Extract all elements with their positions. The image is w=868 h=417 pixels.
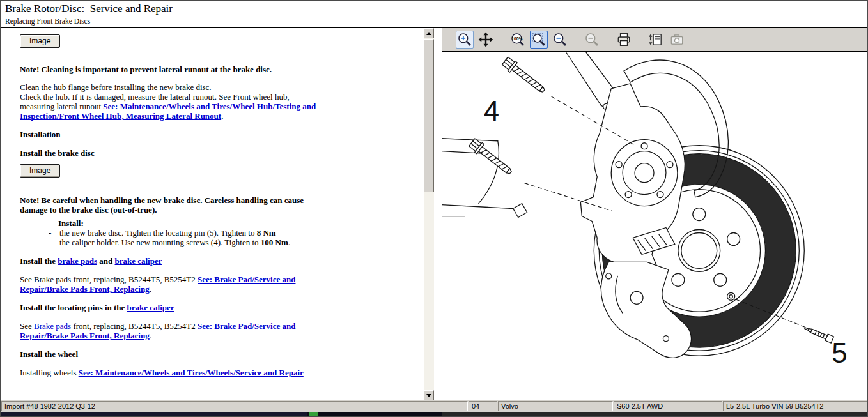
installing-wheels-link[interactable]: See: Maintenance/Wheels and Tires/Wheels… — [79, 368, 304, 377]
header: Brake Rotor/Disc: Service and Repair Rep… — [1, 1, 867, 27]
document-panel: Image Note! Cleaning is important to pre… — [1, 28, 435, 400]
image-capture-icon — [669, 32, 685, 47]
taskbar-segment — [1, 412, 307, 416]
brake-caliper-link[interactable]: brake caliper — [114, 256, 162, 266]
brake-pads-link[interactable]: brake pads — [58, 256, 97, 266]
scroll-up-button[interactable] — [424, 28, 434, 38]
note-cleaning: Note! Cleaning is important to prevent l… — [20, 64, 320, 74]
image-toolbar: 100% — [442, 28, 867, 52]
image-export-icon — [648, 32, 663, 47]
bullet-dash: - — [49, 238, 59, 247]
print-button[interactable] — [615, 31, 633, 49]
see-prefix: See — [20, 321, 34, 331]
list-item: - the new brake disc. Tighten the locati… — [49, 228, 422, 238]
status-bar: Import #48 1982-2012 Q3-12 04 Volvo S60 … — [1, 400, 867, 412]
status-cell-code: 04 — [469, 401, 497, 411]
see-pads-paragraph-2: See Brake pads front, replacing, B5244T5… — [20, 321, 320, 340]
status-cell-model: S60 2.5T AWD — [614, 401, 722, 411]
image-capture-button — [668, 31, 686, 49]
callout-5: 5 — [832, 337, 847, 368]
zoom-out-disabled-button — [583, 31, 601, 49]
vertical-scrollbar[interactable] — [424, 28, 434, 400]
page-title: Brake Rotor/Disc: Service and Repair — [5, 3, 863, 15]
step1-text: the new brake disc. Tighten the locating… — [59, 228, 257, 238]
bullet-text: the new brake disc. Tighten the locating… — [59, 228, 276, 238]
see-pads-mid: front, replacing, B5244T5, B5254T2 — [71, 321, 198, 331]
bullet-text: the caliper holder. Use new mounting scr… — [59, 238, 290, 247]
status-cell-make: Volvo — [498, 401, 613, 411]
install-pads-pre: Install the — [20, 256, 58, 266]
hub-check-paragraph: Clean the hub flange before installing t… — [20, 82, 320, 121]
diagram-canvas[interactable]: 4 5 — [442, 52, 867, 400]
brake-caliper-link[interactable]: brake caliper — [127, 303, 174, 312]
image-button-middle[interactable]: Image — [20, 164, 60, 178]
status-cell-import: Import #48 1982-2012 Q3-12 — [1, 401, 468, 411]
panel-splitter[interactable] — [435, 28, 442, 400]
installing-wheels-pre: Installing wheels — [20, 368, 79, 377]
sentence-period: . — [288, 238, 290, 247]
see-pads-paragraph-1: See Brake pads front, replacing, B5244T5… — [20, 275, 320, 294]
step2-text: the caliper holder. Use new mounting scr… — [59, 238, 261, 247]
print-icon — [616, 32, 632, 47]
zoom-fit-button[interactable] — [530, 31, 548, 49]
pan-icon — [478, 32, 493, 47]
zoom-fit-icon — [531, 32, 546, 47]
install-label: Install: — [58, 218, 422, 228]
main-area: Image Note! Cleaning is important to pre… — [1, 27, 867, 400]
sentence-period: . — [221, 111, 223, 121]
svg-text:100%: 100% — [511, 36, 522, 41]
installation-heading: Installation — [20, 130, 320, 139]
image-export-button[interactable] — [647, 31, 665, 49]
taskbar-accent — [309, 412, 318, 416]
install-pads-and: and — [97, 256, 114, 266]
zoom-out-disabled-icon — [584, 32, 600, 47]
taskbar-strip — [1, 412, 867, 416]
brake-assembly-diagram: 4 5 — [442, 52, 867, 400]
bullet-dash: - — [49, 228, 59, 238]
sentence-period: . — [150, 284, 151, 294]
zoom-100-icon: 100% — [510, 32, 525, 47]
scroll-down-button[interactable] — [424, 390, 434, 400]
zoom-in-button[interactable] — [456, 31, 474, 49]
brake-pads-link[interactable]: Brake pads — [34, 321, 71, 331]
page-subtitle: Replacing Front Brake Discs — [5, 17, 863, 25]
zoom-out-button[interactable] — [551, 31, 569, 49]
installing-wheels-paragraph: Installing wheels See: Maintenance/Wheel… — [20, 368, 320, 377]
zoom-in-icon — [457, 32, 472, 47]
scroll-thumb[interactable] — [424, 39, 434, 192]
install-steps-list: - the new brake disc. Tighten the locati… — [49, 228, 422, 247]
install-wheel-heading: Install the wheel — [20, 349, 320, 359]
clean-hub-text: Clean the hub flange before installing t… — [20, 82, 320, 92]
scroll-down-icon — [426, 394, 431, 397]
taskbar-segment — [442, 412, 867, 416]
zoom-100-button[interactable]: 100% — [509, 31, 527, 49]
step1-torque: 8 Nm — [257, 228, 276, 238]
install-pins-heading: Install the locating pins in the brake c… — [20, 303, 320, 312]
status-cell-engine: L5-2.5L Turbo VIN 59 B5254T2 — [723, 401, 867, 411]
step2-torque: 100 Nm — [261, 238, 288, 247]
pan-button[interactable] — [477, 31, 495, 49]
install-pins-pre: Install the locating pins in the — [20, 303, 127, 312]
document-content: Image Note! Cleaning is important to pre… — [1, 28, 422, 400]
see-pads-text: See Brake pads front, replacing, B5244T5… — [20, 275, 198, 284]
image-panel: 100% — [442, 28, 867, 400]
zoom-out-icon — [552, 32, 568, 47]
sentence-period: . — [150, 331, 151, 340]
image-button-top[interactable]: Image — [20, 34, 60, 48]
install-disc-heading: Install the brake disc — [20, 148, 320, 158]
app-window: Brake Rotor/Disc: Service and Repair Rep… — [0, 0, 868, 417]
list-item: - the caliper holder. Use new mounting s… — [49, 238, 422, 247]
install-pads-heading: Install the brake pads and brake caliper — [20, 256, 320, 266]
callout-4: 4 — [484, 95, 499, 126]
scroll-up-icon — [426, 32, 431, 35]
note-careful: Note! Be careful when handling the new b… — [20, 195, 320, 215]
